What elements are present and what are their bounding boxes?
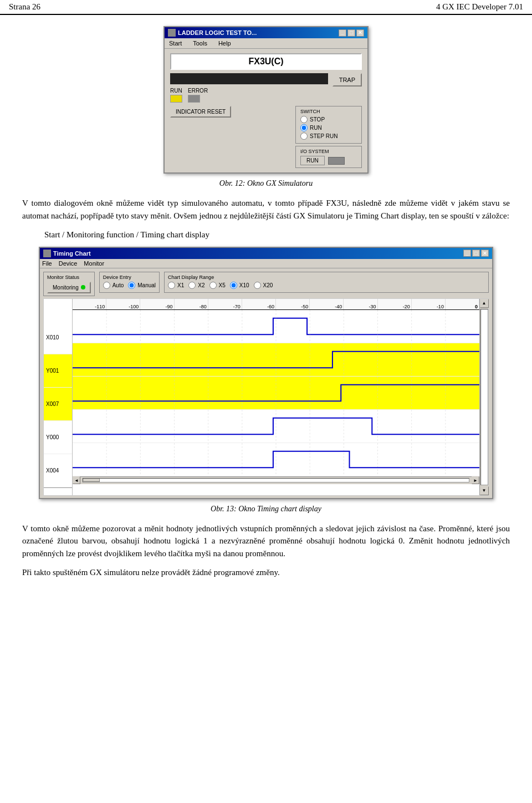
scroll-down-arrow[interactable]: ▼ <box>480 486 489 495</box>
page-header: Strana 26 4 GX IEC Developer 7.01 <box>0 0 532 15</box>
simulator-container: LADDER LOGIC TEST TO... _ □ ✕ Start Tool… <box>22 26 510 174</box>
chart-row-x007 <box>73 377 479 410</box>
chart-range-title: Chart Display Range <box>168 275 485 280</box>
device-entry-group: Device Entry Auto Manual <box>99 272 160 293</box>
sim-bar-area: RUN ERROR <box>170 73 328 103</box>
run-label: RUN <box>170 88 182 94</box>
axis-tick-70: -70 <box>208 299 242 309</box>
axis-tick-80: -80 <box>175 299 208 309</box>
indicator-reset-button[interactable]: INDICATOR RESET <box>170 106 231 118</box>
menu-tools[interactable]: Tools <box>191 39 209 47</box>
run-light <box>170 95 182 103</box>
titlebar-icon <box>168 29 176 37</box>
close-button[interactable]: ✕ <box>356 29 364 37</box>
range-x10-radio[interactable] <box>230 282 237 289</box>
range-x1-radio[interactable] <box>168 282 175 289</box>
error-light <box>188 95 200 103</box>
range-x5-label: X5 <box>219 282 226 288</box>
monitoring-button[interactable]: Monitoring <box>47 282 91 293</box>
simulator-window: LADDER LOGIC TEST TO... _ □ ✕ Start Tool… <box>163 26 369 174</box>
timing-menu-file[interactable]: File <box>42 260 52 267</box>
range-x10-label: X10 <box>239 282 249 288</box>
range-x10[interactable]: X10 <box>230 282 249 289</box>
trap-button[interactable]: TRAP <box>332 73 362 87</box>
switch-stop-radio[interactable] <box>300 116 308 123</box>
scrollbar-right-arrow[interactable]: ► <box>472 476 479 484</box>
run-indicator: RUN <box>170 88 182 103</box>
minimize-button[interactable]: _ <box>339 29 346 37</box>
timing-maximize-button[interactable]: □ <box>472 250 480 257</box>
error-label: ERROR <box>188 88 208 94</box>
axis-tick-50: -50 <box>276 299 310 309</box>
signal-y000 <box>73 410 479 443</box>
page-number: Strana 26 <box>9 2 40 12</box>
range-x1[interactable]: X1 <box>168 282 184 289</box>
range-x20-radio[interactable] <box>254 282 261 289</box>
io-system-title: I/O SYSTEM <box>300 149 357 154</box>
axis-tick-20: -20 <box>378 299 412 309</box>
switch-steprun-option[interactable]: STEP RUN <box>300 133 357 140</box>
timing-chart-window: Timing Chart _ □ ✕ File Device Monitor M… <box>39 247 493 499</box>
timing-titlebar: Timing Chart _ □ ✕ <box>40 248 492 259</box>
chart-label-x007: X007 <box>44 388 72 421</box>
axis-tick-60: -60 <box>242 299 276 309</box>
menu-help[interactable]: Help <box>216 39 233 47</box>
device-manual-radio[interactable] <box>128 282 135 289</box>
monitor-status-title: Monitor Status <box>47 275 91 280</box>
range-x2-radio[interactable] <box>188 282 196 289</box>
timing-menu-device[interactable]: Device <box>59 260 78 267</box>
monitoring-label: Monitoring <box>53 284 79 291</box>
device-auto-label: Auto <box>112 282 124 288</box>
simulator-titlebar: LADDER LOGIC TEST TO... _ □ ✕ <box>165 27 367 38</box>
scroll-up-arrow[interactable]: ▲ <box>480 299 489 308</box>
chart-row-y001 <box>73 343 479 377</box>
sim-bar-row: RUN ERROR TRAP <box>170 73 362 103</box>
range-x5[interactable]: X5 <box>209 282 226 289</box>
chart-scrollbar-x[interactable]: ◄ ► <box>73 476 479 484</box>
switch-run-radio[interactable] <box>300 124 308 131</box>
axis-tick-90: -90 <box>140 299 174 309</box>
menu-start[interactable]: Start <box>167 39 184 47</box>
axis-tick-110: -110 <box>73 299 106 309</box>
switch-stop-option[interactable]: STOP <box>300 116 357 123</box>
chart-row-y000 <box>73 410 479 443</box>
monitoring-dot <box>81 285 85 289</box>
device-auto-radio[interactable] <box>103 282 110 289</box>
range-x2[interactable]: X2 <box>188 282 204 289</box>
maximize-button[interactable]: □ <box>347 29 355 37</box>
scrollbar-x-track <box>83 478 469 482</box>
io-run-light <box>328 157 345 165</box>
axis-tick-30: -30 <box>344 299 377 309</box>
timing-minimize-button[interactable]: _ <box>463 250 471 257</box>
scrollbar-left-arrow[interactable]: ◄ <box>73 476 80 484</box>
scrollbar-x-thumb[interactable] <box>83 479 100 482</box>
chart-range-group: Chart Display Range X1 X2 X5 <box>164 272 489 293</box>
switch-steprun-label: STEP RUN <box>310 133 337 139</box>
device-auto-option[interactable]: Auto <box>103 282 124 289</box>
chart-row-x010 <box>73 310 479 343</box>
simulator-menubar: Start Tools Help <box>165 38 367 49</box>
switch-stop-label: STOP <box>310 116 325 123</box>
timing-titlebar-icon <box>43 250 51 257</box>
simulator-body: FX3U(C) RUN ERROR <box>165 49 367 172</box>
chart-scrollbar-y[interactable]: ▲ ▼ <box>479 299 488 495</box>
switch-run-option[interactable]: RUN <box>300 124 357 131</box>
sim-black-bar <box>170 73 328 84</box>
signal-x004 <box>73 443 479 476</box>
range-x20[interactable]: X20 <box>254 282 273 289</box>
chart-label-y001: Y001 <box>44 354 72 388</box>
timing-menu-monitor[interactable]: Monitor <box>84 260 104 267</box>
timing-close-button[interactable]: ✕ <box>481 250 489 257</box>
error-indicator: ERROR <box>188 88 208 103</box>
chart-axis: -110 -100 -90 -80 -70 -60 -50 -40 -30 -2… <box>73 299 479 310</box>
range-x5-radio[interactable] <box>209 282 217 289</box>
device-manual-option[interactable]: Manual <box>128 282 156 289</box>
timing-titlebar-controls: _ □ ✕ <box>463 250 489 257</box>
titlebar-controls: _ □ ✕ <box>339 29 364 37</box>
body-text-2: V tomto okně můžeme pozorovat a měnit ho… <box>22 522 510 560</box>
switch-steprun-radio[interactable] <box>300 133 308 140</box>
chart-content-area: -110 -100 -90 -80 -70 -60 -50 -40 -30 -2… <box>73 299 479 495</box>
chart-label-y000: Y000 <box>44 421 72 454</box>
book-title: 4 GX IEC Developer 7.01 <box>436 2 523 12</box>
io-run-button[interactable]: RUN <box>300 156 325 165</box>
